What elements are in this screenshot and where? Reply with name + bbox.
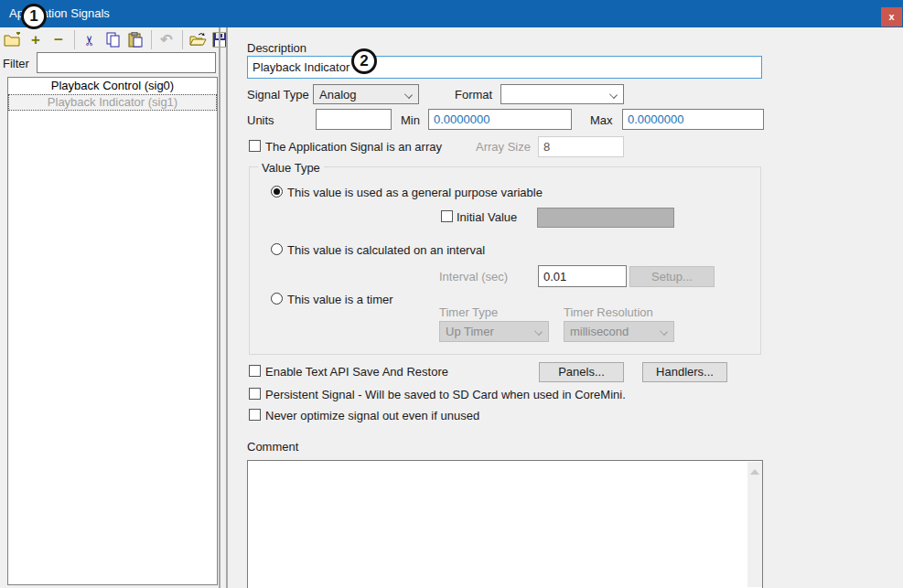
remove-signal-button[interactable]: − [49,31,68,49]
add-signal-file-button[interactable] [4,31,22,49]
timer-resolution-value: millisecond [570,325,629,338]
title-bar: Application Signals [0,0,903,27]
array-size-label: Array Size [476,140,531,154]
application-signals-window: Application Signals x + − ✂ [0,0,903,588]
value-type-group-label: Value Type [258,161,324,175]
undo-button[interactable]: ↶ [157,31,176,49]
scroll-up-icon [750,469,759,475]
filter-label: Filter [3,57,29,70]
initial-value-label: Initial Value [457,210,517,224]
open-file-button[interactable] [188,31,207,49]
never-optimize-checkbox[interactable] [249,409,261,421]
open-file-icon [188,32,207,48]
radio-calculated-interval-label: This value is calculated on an interval [287,243,485,257]
chevron-down-icon [609,91,618,99]
timer-type-label: Timer Type [439,305,498,319]
timer-type-value: Up Timer [446,325,494,338]
chevron-down-icon [660,327,668,336]
toolbar: + − ✂ [4,28,234,51]
min-input[interactable] [428,109,572,130]
comment-label: Comment [247,440,298,454]
signal-list[interactable]: Playback Control (sig0) Playback Indicat… [7,77,218,585]
format-label: Format [455,88,492,102]
cut-button[interactable]: ✂ [81,31,99,49]
add-signal-icon: + [31,32,40,48]
chevron-down-icon [404,91,413,99]
undo-icon: ↶ [160,31,172,48]
interval-input[interactable] [538,265,627,287]
toolbar-separator [151,30,152,49]
text-api-checkbox[interactable] [249,365,261,377]
comment-scrollbar[interactable] [747,462,762,587]
annotation-circle-1: 1 [21,4,47,29]
max-input[interactable] [622,109,764,130]
radio-calculated-interval[interactable] [271,243,283,255]
units-input[interactable] [316,109,392,130]
min-label: Min [401,113,420,127]
filter-input[interactable] [37,52,216,73]
splitter-handle[interactable] [226,27,228,588]
timer-type-dropdown: Up Timer [439,321,549,342]
toolbar-separator [74,30,75,49]
add-signal-button[interactable]: + [27,31,45,49]
timer-resolution-dropdown: millisecond [564,321,674,342]
interval-label: Interval (sec) [439,270,508,283]
array-checkbox[interactable] [249,140,261,152]
signal-type-label: Signal Type [247,88,309,102]
radio-timer-label: This value is a timer [287,293,393,306]
signal-type-dropdown[interactable]: Analog [313,84,419,104]
initial-value-input [537,208,674,228]
copy-button[interactable] [103,31,122,49]
list-item-playback-indicator[interactable]: Playback Indicator (sig1) [8,94,217,111]
chevron-down-icon [534,327,543,336]
panel-divider [219,27,220,588]
close-button[interactable]: x [881,7,902,27]
toolbar-separator [182,30,183,49]
paste-icon [127,32,144,48]
radio-general-purpose-label: This value is used as a general purpose … [287,186,543,199]
never-optimize-checkbox-label: Never optimize signal out even if unused [265,409,479,422]
copy-icon [104,32,121,48]
panels-button[interactable]: Panels... [539,362,624,382]
array-checkbox-label: The Application Signal is an array [265,140,442,154]
remove-signal-icon: − [54,32,63,48]
radio-timer[interactable] [271,293,283,305]
persistent-signal-checkbox-label: Persistent Signal - Will be saved to SD … [265,388,626,401]
setup-button[interactable]: Setup... [629,266,715,287]
text-api-checkbox-label: Enable Text API Save And Restore [265,365,448,379]
radio-general-purpose[interactable] [271,186,283,198]
array-size-input[interactable] [538,136,624,157]
max-label: Max [590,113,613,127]
cut-icon: ✂ [81,34,98,46]
paste-button[interactable] [126,31,145,49]
description-input[interactable] [247,56,762,79]
persistent-signal-checkbox[interactable] [249,388,261,400]
initial-value-checkbox[interactable] [441,210,453,222]
format-dropdown[interactable] [500,84,624,104]
units-label: Units [247,113,274,127]
signal-type-value: Analog [319,88,356,102]
comment-textarea[interactable] [247,460,763,588]
handlers-button[interactable]: Handlers... [642,362,727,382]
add-signal-file-icon [4,32,22,48]
description-label: Description [247,41,306,55]
annotation-circle-2: 2 [351,48,377,74]
timer-resolution-label: Timer Resolution [564,305,653,319]
list-item-playback-control[interactable]: Playback Control (sig0) [8,78,217,94]
